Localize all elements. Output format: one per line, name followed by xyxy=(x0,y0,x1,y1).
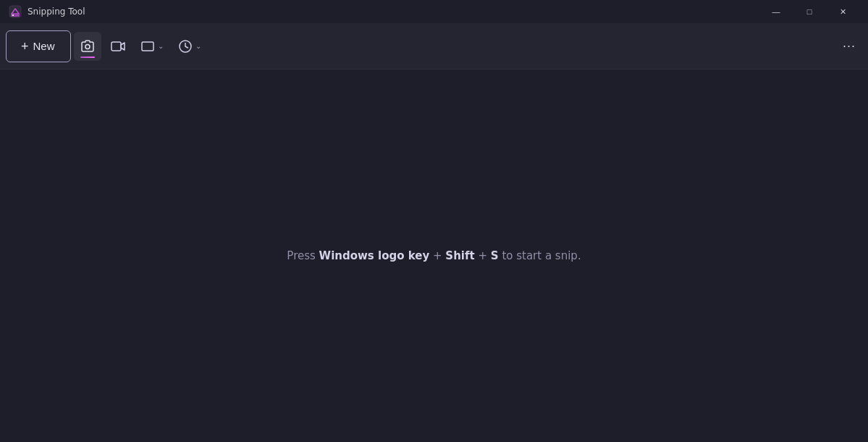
toolbar-right: ··· xyxy=(836,33,862,59)
svg-rect-2 xyxy=(12,14,14,16)
app-title: Snipping Tool xyxy=(28,7,85,17)
svg-rect-4 xyxy=(111,42,121,51)
svg-point-3 xyxy=(85,44,90,49)
svg-rect-5 xyxy=(142,42,153,51)
window-controls: — □ ✕ xyxy=(759,0,859,23)
camera-icon xyxy=(80,39,96,54)
close-icon: ✕ xyxy=(840,7,846,17)
active-indicator xyxy=(80,57,95,58)
clock-icon xyxy=(178,39,193,54)
screenshot-mode-button[interactable] xyxy=(74,32,101,61)
minimize-button[interactable]: — xyxy=(759,0,793,23)
hint-key-s: S xyxy=(491,249,499,262)
maximize-icon: □ xyxy=(807,7,812,16)
svg-rect-1 xyxy=(11,13,20,17)
hint-key-windows: Windows logo key xyxy=(319,249,430,262)
app-icon xyxy=(9,5,22,18)
hint-key-shift: Shift xyxy=(445,249,474,262)
toolbar: + New ⌄ ⌄ ··· xyxy=(0,23,868,70)
recent-button[interactable]: ⌄ xyxy=(172,32,207,61)
recent-chevron: ⌄ xyxy=(195,42,201,50)
main-content: Press Windows logo key + Shift + S to st… xyxy=(0,70,868,442)
plus-icon: + xyxy=(21,40,29,53)
title-bar: Snipping Tool — □ ✕ xyxy=(0,0,868,23)
rect-icon xyxy=(140,41,155,52)
capture-mode-chevron: ⌄ xyxy=(158,42,164,50)
more-icon: ··· xyxy=(843,38,856,54)
minimize-icon: — xyxy=(772,7,780,16)
video-mode-button[interactable] xyxy=(104,32,132,61)
close-button[interactable]: ✕ xyxy=(826,0,859,23)
hint-text: Press Windows logo key + Shift + S to st… xyxy=(287,249,581,262)
more-options-button[interactable]: ··· xyxy=(836,33,862,59)
new-button-label: New xyxy=(33,40,55,52)
video-icon xyxy=(110,40,126,53)
capture-mode-button[interactable]: ⌄ xyxy=(135,32,169,61)
title-bar-left: Snipping Tool xyxy=(9,5,85,18)
new-button[interactable]: + New xyxy=(6,30,71,62)
maximize-button[interactable]: □ xyxy=(793,0,826,23)
